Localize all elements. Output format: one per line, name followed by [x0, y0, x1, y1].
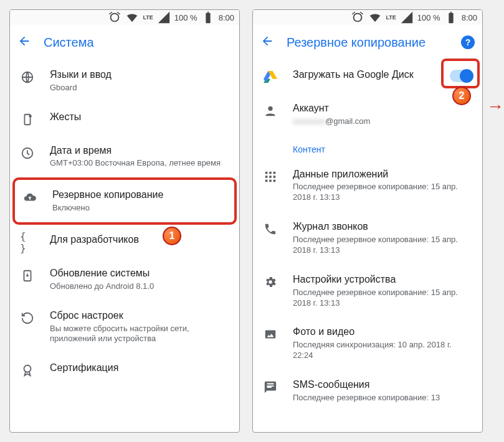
phone-left: LTE 100 % 8:00 Система Языки и вводGboar…	[9, 9, 240, 433]
item-title: Данные приложений	[293, 168, 472, 181]
item-title: Резервное копирование	[52, 189, 227, 202]
item-update[interactable]: Обновление системыОбновлено до Android 8…	[10, 258, 239, 301]
item-sub: GMT+03:00 Восточная Европа, летнее время	[50, 158, 229, 169]
item-sub: Вы можете сбросить настройки сети, прило…	[50, 324, 229, 345]
alarm-icon	[108, 11, 121, 24]
item-datetime[interactable]: Дата и времяGMT+03:00 Восточная Европа, …	[10, 136, 239, 178]
wifi-icon	[125, 11, 139, 24]
battery-icon	[444, 11, 458, 24]
back-button[interactable]	[260, 34, 274, 50]
item-reset[interactable]: Сброс настроекВы можете сбросить настрой…	[10, 301, 239, 354]
status-bar: LTE 100 % 8:00	[10, 10, 239, 25]
item-gestures[interactable]: Жесты	[10, 102, 239, 136]
svg-rect-7	[265, 171, 268, 174]
item-sub: Последнее резервное копирование: 15 апр.…	[293, 235, 472, 256]
item-media[interactable]: Фото и видеоПоследняя синхронизация: 10 …	[253, 317, 482, 370]
item-developer[interactable]: { } Для разработчиков	[10, 225, 239, 258]
item-title: Загружать на Google Диск	[293, 68, 435, 82]
item-sub: Обновлено до Android 8.1.0	[50, 281, 229, 292]
item-sms[interactable]: SMS-сообщенияПоследнее резервное копиров…	[253, 370, 482, 412]
phone-right: LTE 100 % 8:00 Резервное копирование ? З…	[252, 9, 483, 433]
item-title: Аккаунт	[293, 102, 472, 115]
image-icon	[263, 327, 278, 342]
settings-list: Языки и вводGboard Жесты Дата и времяGMT…	[10, 60, 239, 432]
signal-icon	[400, 11, 414, 24]
google-drive-icon	[263, 70, 278, 85]
page-title: Резервное копирование	[287, 35, 426, 50]
item-title: Сброс настроек	[50, 309, 229, 322]
header: Система	[10, 25, 239, 60]
battery-text: 100 %	[417, 13, 440, 22]
badge-1: 1	[163, 227, 181, 245]
svg-rect-12	[273, 176, 276, 178]
item-sub: Последнее резервное копирование: 15 апр.…	[293, 288, 472, 309]
wifi-icon	[368, 11, 382, 24]
gear-icon	[263, 275, 278, 289]
item-sub: Последнее резервное копирование: 13	[293, 393, 472, 403]
item-title: Дата и время	[50, 144, 229, 158]
svg-rect-10	[265, 176, 268, 178]
network-icon: LTE	[143, 14, 153, 21]
item-sub: Последнее резервное копирование: 15 апр.…	[293, 182, 472, 203]
item-title: Обновление системы	[50, 267, 229, 280]
item-sub: Gboard	[50, 83, 229, 93]
time-text: 8:00	[219, 13, 234, 22]
item-account[interactable]: Аккаунтxxxxxxxx@gmail.com	[253, 93, 482, 136]
message-icon	[263, 380, 278, 395]
section-content: Контент	[253, 136, 482, 159]
item-title: Журнал звонков	[293, 220, 472, 233]
item-apps[interactable]: Данные приложенийПоследнее резервное коп…	[253, 159, 482, 212]
item-title: Сертификация	[50, 362, 229, 375]
item-backup[interactable]: Резервное копированиеВключено	[15, 180, 234, 222]
restore-icon	[20, 311, 35, 326]
battery-text: 100 %	[174, 13, 197, 22]
item-sub: Включено	[52, 203, 227, 214]
highlight-backup: Резервное копированиеВключено	[12, 177, 237, 225]
download-icon	[20, 268, 35, 283]
back-button[interactable]	[17, 34, 31, 50]
globe-icon	[20, 70, 35, 85]
item-languages[interactable]: Языки и вводGboard	[10, 60, 239, 102]
svg-rect-14	[269, 179, 272, 182]
item-sub: xxxxxxxx@gmail.com	[293, 116, 472, 127]
signal-icon	[157, 11, 171, 24]
braces-icon: { }	[20, 235, 35, 250]
item-device[interactable]: Настройки устройстваПоследнее резервное …	[253, 265, 482, 317]
battery-icon	[201, 11, 215, 24]
help-button[interactable]: ?	[461, 35, 475, 49]
svg-rect-8	[269, 171, 272, 174]
svg-rect-15	[273, 179, 276, 182]
svg-rect-9	[273, 171, 276, 174]
svg-rect-13	[265, 179, 268, 182]
item-title: Фото и видео	[293, 326, 472, 339]
arrow-indicator: →	[487, 96, 504, 116]
apps-grid-icon	[263, 169, 278, 184]
item-cert[interactable]: Сертификация	[10, 353, 239, 387]
svg-point-2	[29, 115, 31, 117]
badge-2: 2	[452, 87, 471, 105]
item-sub: Последняя синхронизация: 10 апр. 2018 г.…	[293, 340, 472, 361]
highlight-toggle	[441, 59, 480, 88]
status-bar: LTE 100 % 8:00	[253, 10, 482, 25]
award-icon	[20, 363, 35, 378]
network-icon: LTE	[386, 14, 396, 21]
gestures-icon	[20, 112, 35, 127]
item-title: Языки и ввод	[50, 68, 229, 82]
page-title: Система	[44, 35, 94, 50]
backup-list: Загружать на Google Диск Аккаунтxxxxxxxx…	[253, 60, 482, 432]
item-calls[interactable]: Журнал звонковПоследнее резервное копиро…	[253, 212, 482, 265]
header: Резервное копирование ?	[253, 25, 482, 60]
account-icon	[263, 103, 278, 118]
alarm-icon	[351, 11, 364, 24]
cloud-upload-icon	[22, 190, 37, 205]
svg-point-5	[24, 365, 31, 372]
item-title: Жесты	[50, 111, 229, 124]
svg-point-6	[268, 106, 272, 111]
clock-icon	[20, 146, 35, 161]
svg-rect-11	[269, 176, 272, 178]
item-title: Настройки устройства	[293, 273, 472, 286]
phone-icon	[263, 222, 278, 237]
item-title: SMS-сообщения	[293, 379, 472, 392]
item-title: Для разработчиков	[50, 233, 229, 247]
time-text: 8:00	[462, 13, 477, 22]
